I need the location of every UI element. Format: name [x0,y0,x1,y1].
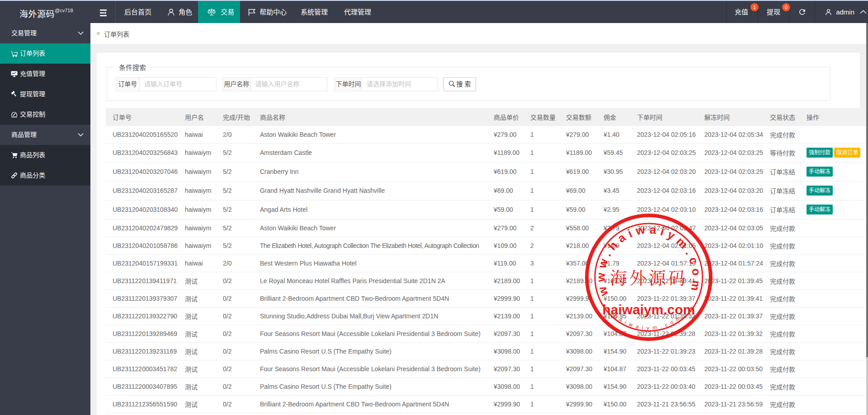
svg-text:海外源码: 海外源码 [610,264,688,289]
